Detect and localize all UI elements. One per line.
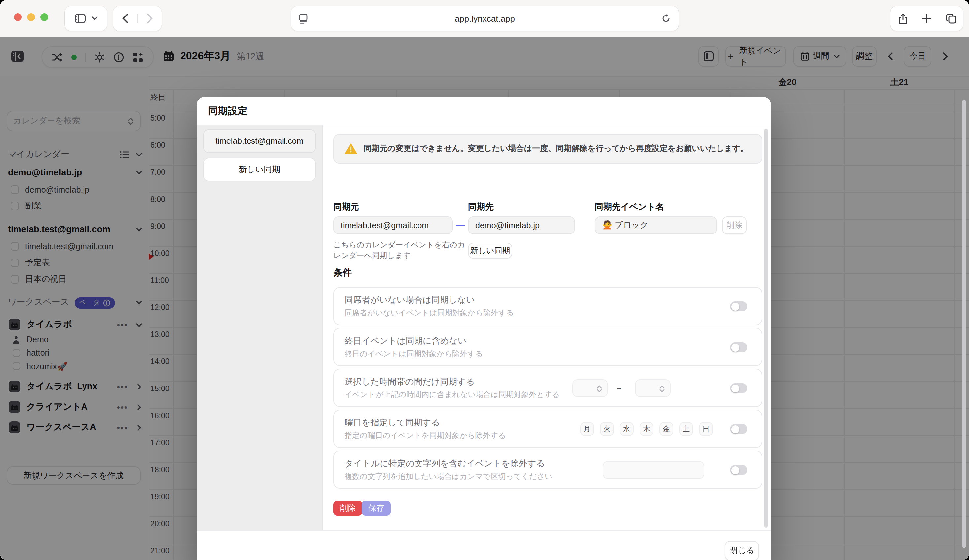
chevron-down-icon: [92, 17, 97, 20]
condition-title: 選択した時間帯の間だけ同期する: [345, 376, 475, 388]
toggle-knob: [731, 425, 739, 433]
condition-card: タイトルに特定の文字列を含むイベントを除外する複数の文字列を追加したい場合はカン…: [333, 450, 763, 489]
new-tab-icon[interactable]: [915, 14, 939, 23]
warning-text: 同期元の変更はできません。変更したい場合は一度、同期解除を行ってから再度設定をお…: [364, 143, 749, 155]
source-input[interactable]: timelab.test@gmail.com: [333, 216, 453, 234]
event-name-label: 同期先イベント名: [595, 201, 664, 213]
reader-view-icon[interactable]: [299, 13, 308, 23]
toggle-knob: [731, 384, 739, 392]
condition-card: 終日イベントは同期に含めない終日のイベントは同期対象から除外する: [333, 328, 763, 366]
target-value: demo@timelab.jp: [475, 221, 539, 230]
toggle-switch[interactable]: [730, 465, 747, 475]
delete-small-label: 削除: [726, 219, 742, 231]
sync-list-item[interactable]: 新しい同期: [203, 158, 316, 181]
exclude-text-input[interactable]: [603, 461, 704, 479]
toggle-switch[interactable]: [730, 301, 747, 311]
nav-button-group: [113, 6, 162, 31]
sidebar-toggle-button[interactable]: [65, 6, 107, 31]
back-button[interactable]: [113, 13, 137, 24]
condition-description: 複数の文字列を追加したい場合はカンマで区切ってください: [345, 472, 553, 482]
event-name-input[interactable]: 🙅 ブロック: [595, 216, 717, 234]
condition-title: タイトルに特定の文字列を含むイベントを除外する: [345, 458, 545, 470]
close-window-button[interactable]: [14, 13, 22, 21]
condition-title: 終日イベントは同期に含めない: [345, 335, 467, 347]
condition-description: イベントが上記の時間内に含まれない場合は同期対象外とする: [345, 390, 560, 400]
tilde-separator: ~: [616, 383, 621, 393]
weekday-chip[interactable]: 水: [620, 422, 634, 436]
time-range-end-select[interactable]: [635, 379, 671, 397]
modal-scrollbar[interactable]: [764, 129, 768, 528]
weekday-chip[interactable]: 土: [679, 422, 693, 436]
weekday-chip[interactable]: 火: [600, 422, 614, 436]
close-modal-button[interactable]: 閉じる: [725, 541, 759, 560]
new-sync-label: 新しい同期: [470, 245, 510, 256]
toggle-knob: [731, 466, 739, 474]
toggle-switch[interactable]: [730, 383, 747, 393]
sync-list-panel: timelab.test@gmail.com新しい同期: [197, 125, 323, 531]
warning-icon: [345, 143, 357, 155]
delete-sync-small-button[interactable]: 削除: [722, 216, 746, 234]
condition-description: 同席者がいないイベントは同期対象から除外する: [345, 308, 514, 318]
source-help-text: こちらのカレンダーイベントを右のカレンダーへ同期します: [333, 240, 465, 261]
target-label: 同期先: [468, 201, 494, 213]
delete-button[interactable]: 削除: [333, 501, 362, 516]
sync-connector-line: [456, 225, 465, 226]
event-name-value: 🙅 ブロック: [602, 219, 649, 231]
modal-body: 同期元の変更はできません。変更したい場合は一度、同期解除を行ってから再度設定をお…: [323, 125, 771, 531]
weekday-chip[interactable]: 金: [659, 422, 673, 436]
modal-title: 同期設定: [208, 105, 248, 117]
modal-footer: 閉じる: [197, 530, 771, 560]
condition-title: 曜日を指定して同期する: [345, 417, 440, 429]
tab-overview-icon[interactable]: [939, 13, 963, 23]
toggle-switch[interactable]: [730, 342, 747, 352]
condition-card: 同席者がいない場合は同期しない同席者がいないイベントは同期対象から除外する: [333, 287, 763, 325]
condition-title: 同席者がいない場合は同期しない: [345, 294, 475, 306]
toggle-switch[interactable]: [730, 424, 747, 434]
condition-description: 終日のイベントは同期対象から除外する: [345, 349, 483, 359]
calendar-app: 2026年3月 第12週 ＋ 新規イベント 週間 調整: [0, 37, 969, 560]
delete-button-label: 削除: [340, 503, 356, 514]
modal-header: 同期設定: [197, 97, 771, 125]
time-range-start-select[interactable]: [572, 379, 608, 397]
new-sync-button[interactable]: 新しい同期: [468, 243, 512, 259]
condition-card: 曜日を指定して同期する指定の曜日のイベントを同期対象から除外する月火水木金土日: [333, 410, 763, 448]
source-value: timelab.test@gmail.com: [341, 221, 429, 230]
sidebar-panel-icon: [74, 14, 85, 23]
condition-card: 選択した時間帯の間だけ同期するイベントが上記の時間内に含まれない場合は同期対象外…: [333, 369, 763, 407]
warning-banner: 同期元の変更はできません。変更したい場合は一度、同期解除を行ってから再度設定をお…: [333, 134, 763, 164]
zoom-window-button[interactable]: [40, 13, 48, 21]
browser-window: app.lynxcat.app: [0, 0, 969, 560]
window-action-group: [891, 6, 963, 31]
sync-settings-modal: 同期設定 timelab.test@gmail.com新しい同期 同期元の変更は…: [197, 97, 771, 560]
toggle-knob: [731, 302, 739, 310]
page-scrollbar[interactable]: [962, 100, 966, 548]
weekday-chip[interactable]: 日: [699, 422, 713, 436]
save-button[interactable]: 保存: [362, 501, 391, 516]
toggle-knob: [731, 343, 739, 351]
reload-icon[interactable]: [661, 14, 671, 23]
minimize-window-button[interactable]: [27, 13, 35, 21]
condition-description: 指定の曜日のイベントを同期対象から除外する: [345, 431, 506, 440]
source-label: 同期元: [333, 201, 359, 213]
target-input[interactable]: demo@timelab.jp: [468, 216, 575, 234]
save-button-label: 保存: [368, 503, 384, 514]
url-text: app.lynxcat.app: [455, 13, 515, 23]
sync-list-item[interactable]: timelab.test@gmail.com: [203, 129, 316, 153]
close-button-label: 閉じる: [729, 545, 754, 557]
browser-toolbar: app.lynxcat.app: [0, 0, 969, 38]
weekday-chip[interactable]: 月: [580, 422, 594, 436]
share-icon[interactable]: [891, 13, 915, 24]
weekday-chip[interactable]: 木: [639, 422, 653, 436]
conditions-title: 条件: [333, 267, 352, 279]
address-bar[interactable]: app.lynxcat.app: [291, 6, 679, 31]
forward-button[interactable]: [138, 13, 162, 24]
